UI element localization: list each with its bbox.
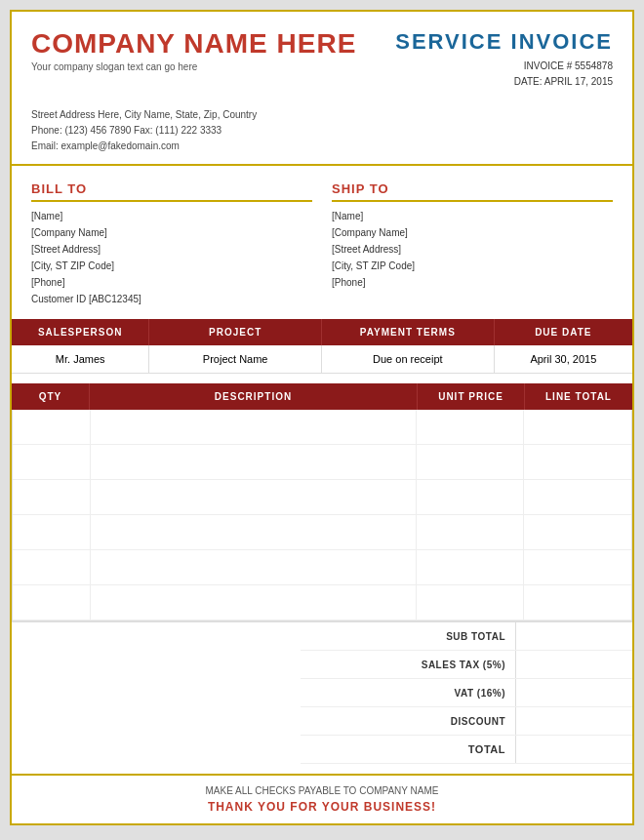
item-line_total xyxy=(524,445,631,479)
invoice-date-value: APRIL 17, 2015 xyxy=(544,76,613,87)
item-unit_price xyxy=(417,445,524,479)
bill-to-line: [Phone] xyxy=(31,274,312,291)
address-phone-fax: Phone: (123) 456 7890 Fax: (111) 222 333… xyxy=(31,123,613,139)
item-unit_price xyxy=(417,585,524,620)
description-header: DESCRIPTION xyxy=(90,383,418,410)
total-value xyxy=(515,736,632,763)
discount-row: DISCOUNT xyxy=(301,707,632,736)
salesperson-header: SALESPERSON xyxy=(12,319,149,345)
item-description xyxy=(91,515,417,549)
bill-ship-section: BILL TO [Name][Company Name][Street Addr… xyxy=(12,166,632,319)
vat-value xyxy=(515,679,632,706)
bill-to-line: [Street Address] xyxy=(31,241,312,258)
ship-to-label: SHIP TO xyxy=(332,181,613,202)
bill-to-line: Customer ID [ABC12345] xyxy=(31,291,312,307)
unit-price-header: UNIT PRICE xyxy=(418,383,525,410)
sales-tax-value xyxy=(515,651,632,678)
bill-to-block: BILL TO [Name][Company Name][Street Addr… xyxy=(31,181,312,307)
invoice-number-label: INVOICE # xyxy=(524,60,572,71)
project-header: PROJECT xyxy=(149,319,322,345)
item-line_total xyxy=(524,480,631,514)
items-table-header: QTY DESCRIPTION UNIT PRICE LINE TOTAL xyxy=(12,383,632,410)
total-label: TOTAL xyxy=(359,738,515,761)
bill-to-line: [Company Name] xyxy=(31,224,312,241)
vat-row: VAT (16%) xyxy=(301,679,632,707)
ship-to-line: [Name] xyxy=(332,208,613,224)
ship-to-lines: [Name][Company Name][Street Address][Cit… xyxy=(332,208,613,291)
sub-total-value xyxy=(515,622,632,650)
invoice-title-block: SERVICE INVOICE INVOICE # 5554878 DATE: … xyxy=(395,29,613,90)
invoice-meta: INVOICE # 5554878 DATE: APRIL 17, 2015 xyxy=(395,59,613,90)
payment-table-header: SALESPERSON PROJECT PAYMENT TERMS DUE DA… xyxy=(12,319,632,345)
item-line_total xyxy=(524,585,631,620)
item-unit_price xyxy=(417,480,524,514)
item-unit_price xyxy=(417,410,524,444)
item-qty xyxy=(13,515,91,549)
item-unit_price xyxy=(417,550,524,584)
item-line_total xyxy=(524,515,631,549)
item-row xyxy=(13,410,631,445)
qty-header: QTY xyxy=(12,383,90,410)
bill-to-label: BILL TO xyxy=(31,181,312,202)
discount-value xyxy=(515,707,632,735)
item-description xyxy=(91,585,417,620)
item-row xyxy=(13,585,631,620)
address-street: Street Address Here, City Name, State, Z… xyxy=(31,107,613,123)
item-description xyxy=(91,480,417,514)
invoice-date-label: DATE: xyxy=(514,76,543,87)
item-description xyxy=(91,445,417,479)
sales-tax-row: SALES TAX (5%) xyxy=(301,651,632,679)
payment-terms-value: Due on receipt xyxy=(322,345,495,373)
ship-to-line: [Company Name] xyxy=(332,224,613,241)
item-qty xyxy=(13,410,91,444)
invoice-header: COMPANY NAME HERE Your company slogan te… xyxy=(12,12,632,100)
invoice-footer: MAKE ALL CHECKS PAYABLE TO COMPANY NAME … xyxy=(12,774,632,823)
totals-section: SUB TOTAL SALES TAX (5%) VAT (16%) DISCO… xyxy=(12,621,632,774)
item-description xyxy=(91,550,417,584)
discount-label: DISCOUNT xyxy=(359,710,515,733)
company-address-block: Street Address Here, City Name, State, Z… xyxy=(12,100,632,166)
vat-label: VAT (16%) xyxy=(359,682,515,704)
due-date-value: April 30, 2015 xyxy=(495,345,632,373)
invoice-number: 5554878 xyxy=(575,60,613,71)
sales-tax-label: SALES TAX (5%) xyxy=(359,654,515,676)
ship-to-line: [Street Address] xyxy=(332,241,613,258)
invoice-container: COMPANY NAME HERE Your company slogan te… xyxy=(10,10,634,825)
ship-to-line: [City, ST ZIP Code] xyxy=(332,258,613,274)
item-unit_price xyxy=(417,515,524,549)
bill-to-lines: [Name][Company Name][Street Address][Cit… xyxy=(31,208,312,307)
item-line_total xyxy=(524,550,631,584)
salesperson-value: Mr. James xyxy=(12,345,149,373)
company-slogan: Your company slogan text can go here xyxy=(31,61,356,72)
payment-terms-header: PAYMENT TERMS xyxy=(322,319,495,345)
item-row xyxy=(13,480,631,515)
item-qty xyxy=(13,480,91,514)
item-description xyxy=(91,410,417,444)
item-row xyxy=(13,445,631,480)
address-email: Email: example@fakedomain.com xyxy=(31,139,613,154)
item-qty xyxy=(13,585,91,620)
bill-to-line: [City, ST ZIP Code] xyxy=(31,258,312,274)
due-date-header: DUE DATE xyxy=(495,319,632,345)
payment-data-row: Mr. James Project Name Due on receipt Ap… xyxy=(12,345,632,374)
company-block: COMPANY NAME HERE Your company slogan te… xyxy=(31,29,356,72)
bill-to-line: [Name] xyxy=(31,208,312,224)
item-qty xyxy=(13,445,91,479)
total-row: TOTAL xyxy=(301,736,632,764)
item-qty xyxy=(13,550,91,584)
footer-line1: MAKE ALL CHECKS PAYABLE TO COMPANY NAME xyxy=(31,785,613,796)
item-row xyxy=(13,515,631,550)
sub-total-row: SUB TOTAL xyxy=(301,622,632,651)
footer-line2: THANK YOU FOR YOUR BUSINESS! xyxy=(31,800,613,814)
sub-total-label: SUB TOTAL xyxy=(359,625,515,648)
company-name: COMPANY NAME HERE xyxy=(31,29,356,60)
ship-to-block: SHIP TO [Name][Company Name][Street Addr… xyxy=(332,181,613,307)
item-row xyxy=(13,550,631,585)
items-body xyxy=(12,410,632,621)
item-line_total xyxy=(524,410,631,444)
project-value: Project Name xyxy=(149,345,322,373)
invoice-title: SERVICE INVOICE xyxy=(395,29,613,55)
line-total-header: LINE TOTAL xyxy=(525,383,632,410)
ship-to-line: [Phone] xyxy=(332,274,613,291)
